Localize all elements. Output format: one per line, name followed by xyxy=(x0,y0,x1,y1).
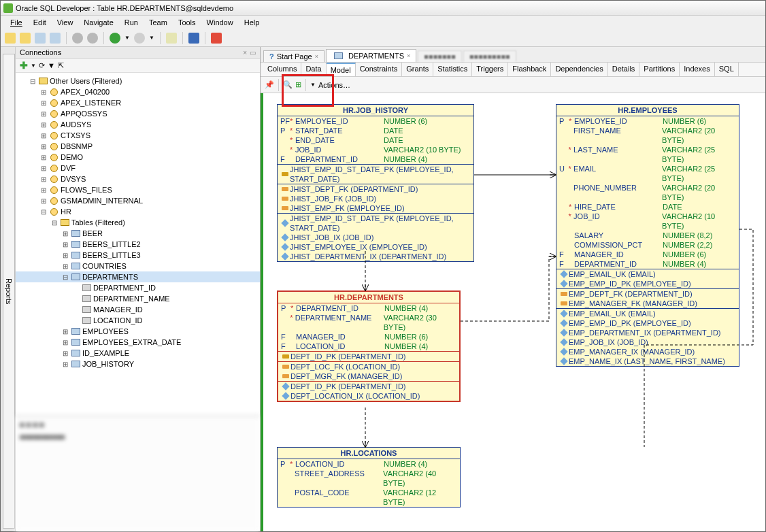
collapse-icon[interactable]: ⇱ xyxy=(58,61,64,70)
tree-node[interactable]: ⊞APPQOSSYS xyxy=(16,108,260,119)
diagram-icon[interactable]: ⊞ xyxy=(295,80,301,89)
tree-node[interactable]: ⊞DBSNMP xyxy=(16,141,260,152)
expand-icon[interactable]: ⊞ xyxy=(40,176,47,183)
expand-icon[interactable]: ⊞ xyxy=(40,143,47,150)
expand-icon[interactable]: ⊟ xyxy=(51,219,58,227)
new-connection-icon[interactable]: ✚ xyxy=(20,60,28,71)
new-icon[interactable] xyxy=(5,33,16,44)
tree-node[interactable]: ⊞GSMADMIN_INTERNAL xyxy=(16,195,260,206)
subtab-details[interactable]: Details xyxy=(608,63,640,76)
close-icon[interactable]: × xyxy=(407,52,410,59)
tree-node[interactable]: ⊞EMPLOYEES_EXTRA_DATE xyxy=(16,337,260,348)
connections-tree[interactable]: ⊟Other Users (Filtered)⊞APEX_040200⊞APEX… xyxy=(16,73,260,416)
save-all-icon[interactable] xyxy=(50,33,61,44)
expand-icon[interactable]: ⊞ xyxy=(40,99,47,107)
subtab-partitions[interactable]: Partitions xyxy=(639,63,680,76)
tree-node[interactable]: ⊞CTXSYS xyxy=(16,130,260,141)
subtab-model[interactable]: Model xyxy=(327,63,356,76)
expand-icon[interactable]: ⊞ xyxy=(40,154,47,161)
tree-node[interactable]: ⊟Tables (Filtered) xyxy=(16,217,260,228)
tree-node[interactable]: DEPARTMENT_NAME xyxy=(16,293,260,304)
tab-departments[interactable]: DEPARTMENTS × xyxy=(326,49,416,62)
tree-node[interactable]: ⊞AUDSYS xyxy=(16,119,260,130)
refresh-icon[interactable]: ⟳ xyxy=(39,61,45,70)
erd-table[interactable]: HR.LOCATIONSP*LOCATION_IDNUMBER (4)STREE… xyxy=(277,447,461,508)
close-icon[interactable]: × xyxy=(315,53,318,60)
subtab-triggers[interactable]: Triggers xyxy=(472,63,508,76)
tree-node[interactable]: ⊞APEX_LISTENER xyxy=(16,97,260,108)
expand-icon[interactable]: ⊞ xyxy=(62,263,69,270)
expand-icon[interactable]: ⊞ xyxy=(62,350,69,357)
tree-node[interactable]: ⊞ID_EXAMPLE xyxy=(16,348,260,359)
zoom-icon[interactable]: 🔍 xyxy=(283,80,293,89)
tree-node[interactable]: ⊞DVSYS xyxy=(16,173,260,184)
tree-node[interactable]: ⊟DEPARTMENTS xyxy=(16,271,260,282)
tree-node[interactable]: ⊟Other Users (Filtered) xyxy=(16,76,260,86)
subtab-data[interactable]: Data xyxy=(301,63,326,76)
pin-icon[interactable]: 📌 xyxy=(265,80,274,89)
subtab-statistics[interactable]: Statistics xyxy=(433,63,472,76)
find-icon[interactable] xyxy=(188,33,199,44)
tab-start-page[interactable]: ? Start Page × xyxy=(263,50,324,62)
tree-node[interactable]: ⊞DVF xyxy=(16,163,260,173)
actions-button[interactable]: Actions… xyxy=(318,81,350,89)
back-icon[interactable] xyxy=(110,33,120,44)
menu-tools[interactable]: Tools xyxy=(173,17,201,28)
expand-icon[interactable]: ⊟ xyxy=(29,78,36,85)
filter-icon[interactable]: ▼ xyxy=(48,61,55,69)
dropdown-icon[interactable]: ▼ xyxy=(310,82,316,88)
tree-node[interactable]: ⊟HR xyxy=(16,206,260,217)
tree-node[interactable]: LOCATION_ID xyxy=(16,315,260,326)
tree-node[interactable]: ⊞EMPLOYEES xyxy=(16,326,260,337)
menu-help[interactable]: Help xyxy=(239,17,265,28)
forward-icon[interactable] xyxy=(134,33,145,44)
subtab-constraints[interactable]: Constraints xyxy=(356,63,403,76)
subtab-sql[interactable]: SQL xyxy=(715,63,739,76)
minimize-icon[interactable]: × xyxy=(243,49,247,56)
menu-team[interactable]: Team xyxy=(144,17,173,28)
expand-icon[interactable]: ⊞ xyxy=(62,361,69,368)
expand-icon[interactable]: ⊞ xyxy=(40,121,47,129)
erd-table[interactable]: HR.EMPLOYEESP*EMPLOYEE_IDNUMBER (6)FIRST… xyxy=(556,104,739,367)
subtab-indexes[interactable]: Indexes xyxy=(680,63,715,76)
tree-node[interactable]: ⊞BEERS_LITTLE2 xyxy=(16,239,260,250)
menu-window[interactable]: Window xyxy=(201,17,239,28)
tree-node[interactable]: ⊞FLOWS_FILES xyxy=(16,184,260,195)
reports-dock-tab[interactable]: Reports xyxy=(3,54,15,529)
menu-view[interactable]: View xyxy=(52,17,79,28)
expand-icon[interactable]: ⊞ xyxy=(62,241,69,248)
redo-icon[interactable] xyxy=(87,33,98,44)
tree-node[interactable]: DEPARTMENT_ID xyxy=(16,282,260,293)
expand-icon[interactable]: ⊟ xyxy=(40,208,47,216)
expand-icon[interactable]: ⊞ xyxy=(40,186,47,194)
tree-node[interactable]: ⊞DEMO xyxy=(16,152,260,163)
tab-hidden-2[interactable]: ■■■■■■■■■ xyxy=(463,50,516,62)
undo-icon[interactable] xyxy=(72,33,83,44)
expand-icon[interactable]: ⊞ xyxy=(62,339,69,346)
expand-icon[interactable]: ⊞ xyxy=(40,132,47,139)
stop-icon[interactable] xyxy=(211,33,222,44)
expand-icon[interactable]: ⊞ xyxy=(40,88,47,96)
tree-node[interactable]: ⊞JOB_HISTORY xyxy=(16,359,260,369)
tree-node[interactable]: MANAGER_ID xyxy=(16,304,260,315)
model-diagram[interactable]: HR.JOB_HISTORYPF*EMPLOYEE_IDNUMBER (6)P*… xyxy=(261,93,765,531)
tab-hidden-1[interactable]: ■■■■■■■ xyxy=(418,50,462,62)
erd-table[interactable]: HR.JOB_HISTORYPF*EMPLOYEE_IDNUMBER (6)P*… xyxy=(277,104,474,262)
tree-node[interactable]: ⊞BEERS_LITTLE3 xyxy=(16,250,260,261)
subtab-flashback[interactable]: Flashback xyxy=(508,63,551,76)
sql-icon[interactable] xyxy=(166,33,177,44)
expand-icon[interactable]: ⊞ xyxy=(40,165,47,172)
menu-navigate[interactable]: Navigate xyxy=(78,17,118,28)
expand-icon[interactable]: ⊟ xyxy=(62,273,69,281)
tree-node[interactable]: ⊞BEER xyxy=(16,228,260,239)
subtab-grants[interactable]: Grants xyxy=(402,63,433,76)
menu-file[interactable]: File xyxy=(5,17,28,28)
subtab-dependencies[interactable]: Dependencies xyxy=(551,63,607,76)
expand-icon[interactable]: ⊞ xyxy=(40,110,47,118)
subtab-columns[interactable]: Columns xyxy=(263,63,301,76)
open-icon[interactable] xyxy=(20,33,31,44)
save-icon[interactable] xyxy=(35,33,46,44)
menu-run[interactable]: Run xyxy=(119,17,144,28)
expand-icon[interactable]: ⊞ xyxy=(40,197,47,205)
expand-icon[interactable]: ⊞ xyxy=(62,252,69,259)
